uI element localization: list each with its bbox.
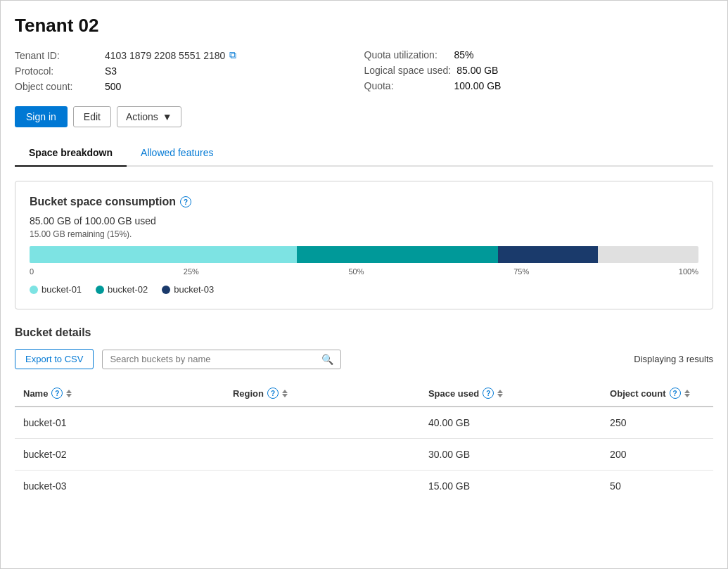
tenant-id-label: Tenant ID: [15,50,99,61]
col-objects-sort-icon[interactable] [684,390,690,397]
sort-up-icon [282,390,288,393]
edit-button[interactable]: Edit [73,106,111,127]
chart-remaining-text: 15.00 GB remaining (15%). [30,229,698,239]
bar-label-100: 100% [679,267,698,276]
sort-down-icon [497,394,503,397]
displaying-text: Displaying 3 results [634,354,713,364]
col-object-count-label: Object count [610,388,665,399]
object-count-label: Object count: [15,81,99,92]
export-csv-button[interactable]: Export to CSV [15,349,94,369]
quota-utilization-value: 85% [454,49,474,60]
protocol-label: Protocol: [15,65,99,77]
bar-label-25: 25% [184,267,199,276]
sort-down-icon [684,394,690,397]
bucket-details-section: Bucket details Export to CSV 🔍 Displayin… [15,326,713,501]
col-header-region: Region ? [224,381,420,407]
bar-labels: 0 25% 50% 75% 100% [30,267,698,276]
chart-title-container: Bucket space consumption ? [30,196,698,208]
cell-object-count: 50 [601,471,713,502]
col-region-sort-icon[interactable] [282,390,288,397]
logical-space-label: Logical space used: [364,65,452,76]
page-title: Tenant 02 [15,15,713,37]
bar-label-75: 75% [513,267,529,276]
col-space-help-icon[interactable]: ? [483,388,494,399]
legend-label-bucket-03: bucket-03 [174,284,214,295]
table-row: bucket-03 15.00 GB 50 [15,471,713,502]
cell-region [224,471,420,502]
actions-button[interactable]: Actions ▼ [117,106,181,127]
legend-dot-bucket-01 [30,286,38,294]
col-name-sort-icon[interactable] [66,390,72,397]
col-object-count-help-icon[interactable]: ? [670,388,681,399]
search-input[interactable] [110,354,317,364]
table-row: bucket-02 30.00 GB 200 [15,439,713,471]
info-left: Tenant ID: 4103 1879 2208 5551 2180 ⧉ Pr… [15,49,364,92]
legend-item-bucket-02: bucket-02 [96,284,148,295]
chevron-down-icon: ▼ [162,111,172,122]
bucket-details-title: Bucket details [15,326,713,339]
quota-label: Quota: [364,80,449,91]
legend-dot-bucket-03 [162,286,170,294]
sort-up-icon [497,390,503,393]
actions-bar: Sign in Edit Actions ▼ [15,106,713,127]
col-header-space-used: Space used ? [420,381,601,407]
legend-item-bucket-03: bucket-03 [162,284,214,295]
legend-item-bucket-01: bucket-01 [30,284,82,295]
sort-down-icon [282,394,288,397]
tabs: Space breakdown Allowed features [15,140,713,167]
sort-up-icon [684,390,690,393]
sign-in-button[interactable]: Sign in [15,106,68,127]
cell-region [224,439,420,471]
quota-utilization-row: Quota utilization: 85% [364,49,714,60]
cell-name: bucket-02 [15,439,224,471]
chart-legend: bucket-01 bucket-02 bucket-03 [30,284,698,295]
bar-label-0: 0 [30,267,34,276]
object-count-value: 500 [105,81,121,92]
protocol-row: Protocol: S3 [15,65,364,77]
col-name-label: Name [23,388,48,399]
bar-segment-bucket-02 [297,246,497,263]
copy-icon[interactable]: ⧉ [229,49,236,61]
legend-label-bucket-01: bucket-01 [41,284,82,295]
cell-space-used: 15.00 GB [420,471,601,502]
col-name-help-icon[interactable]: ? [51,388,63,399]
tab-space-breakdown[interactable]: Space breakdown [15,140,127,167]
bar-segment-bucket-01 [30,246,297,263]
tab-allowed-features[interactable]: Allowed features [127,140,228,167]
col-space-used-label: Space used [428,388,479,399]
info-right: Quota utilization: 85% Logical space use… [364,49,714,92]
progress-bar [30,246,698,263]
col-header-name: Name ? [15,381,224,407]
chart-usage-text: 85.00 GB of 100.00 GB used [30,215,698,226]
col-region-help-icon[interactable]: ? [267,388,279,399]
logical-space-row: Logical space used: 85.00 GB [364,65,714,76]
tenant-id-value: 4103 1879 2208 5551 2180 [105,50,225,61]
cell-object-count: 250 [601,407,713,439]
tenant-id-value-container: 4103 1879 2208 5551 2180 ⧉ [105,49,236,61]
table-row: bucket-01 40.00 GB 250 [15,407,713,439]
legend-dot-bucket-02 [96,286,104,294]
cell-object-count: 200 [601,439,713,471]
cell-space-used: 30.00 GB [420,439,601,471]
page-container: Tenant 02 Tenant ID: 4103 1879 2208 5551… [1,1,727,516]
protocol-value: S3 [105,65,117,77]
col-header-object-count: Object count ? [601,381,713,407]
search-box[interactable]: 🔍 [102,350,341,369]
logical-space-value: 85.00 GB [456,65,498,76]
chart-card: Bucket space consumption ? 85.00 GB of 1… [15,181,713,309]
chart-help-icon[interactable]: ? [180,196,191,207]
bucket-table-body: bucket-01 40.00 GB 250 bucket-02 30.00 G… [15,407,713,501]
col-region-label: Region [233,388,264,399]
col-space-sort-icon[interactable] [497,390,503,397]
sort-down-icon [66,394,72,397]
bar-segment-bucket-03 [498,246,599,263]
quota-utilization-label: Quota utilization: [364,49,449,60]
cell-space-used: 40.00 GB [420,407,601,439]
cell-name: bucket-01 [15,407,224,439]
legend-label-bucket-02: bucket-02 [108,284,148,295]
quota-value: 100.00 GB [454,80,502,91]
bar-label-50: 50% [348,267,364,276]
chart-title: Bucket space consumption [30,196,176,208]
object-count-row: Object count: 500 [15,81,364,92]
actions-label: Actions [126,111,158,122]
